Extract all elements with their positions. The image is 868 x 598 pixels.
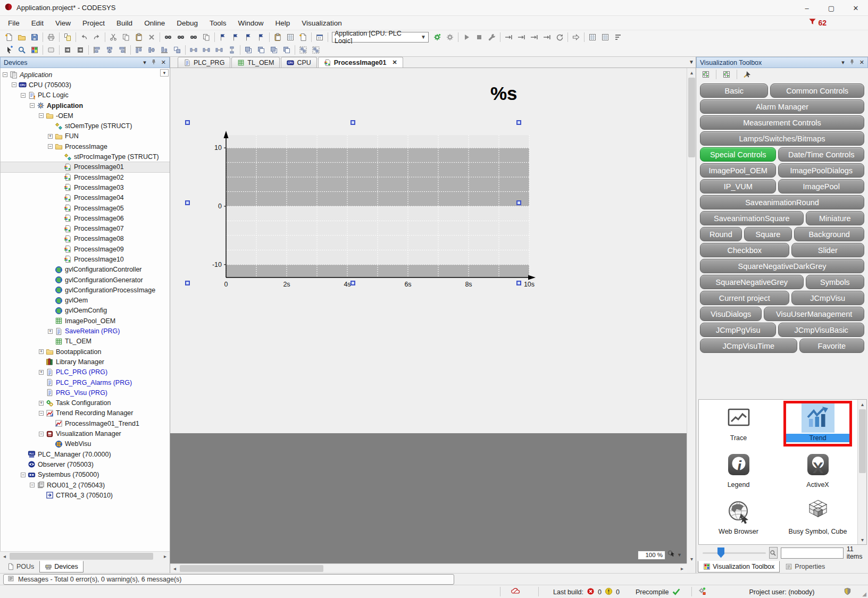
tree-item-processimage08[interactable]: ProcessImage08 [1, 234, 170, 244]
tree-item-task-configuration[interactable]: +Task Configuration [1, 398, 170, 408]
close-panel-icon[interactable]: ✕ [859, 59, 864, 66]
menu-item-view[interactable]: View [49, 18, 77, 29]
tree-item-application[interactable]: −Application [1, 70, 170, 80]
find-next-button[interactable] [174, 31, 187, 43]
bookmark-button[interactable] [216, 31, 229, 43]
sort-button[interactable] [612, 31, 624, 43]
tree-item-gvlconfigurationprocessimage[interactable]: gvlConfigurationProcessImage [1, 285, 170, 295]
collapse-icon[interactable]: − [39, 411, 44, 416]
menu-item-window[interactable]: Window [232, 18, 269, 29]
logout-button[interactable] [444, 31, 456, 43]
tree-item-processimage04[interactable]: ProcessImage04 [1, 193, 170, 203]
pin-icon[interactable] [151, 59, 157, 66]
save-button[interactable] [28, 31, 41, 43]
toolbox-category-saveanimationsquare[interactable]: SaveanimationSquare [700, 211, 804, 225]
reset-button[interactable] [553, 31, 566, 43]
toolbox-category-jcmppgvisu[interactable]: JCmpPgVisu [700, 323, 776, 337]
tree-item-prg-visu-prg[interactable]: PRG_Visu (PRG) [1, 388, 170, 398]
expand-icon[interactable]: + [48, 329, 53, 334]
run-to-cursor-button[interactable] [540, 31, 553, 43]
tab-visualization-toolbox[interactable]: Visualization Toolbox [698, 561, 780, 572]
build-button[interactable] [486, 31, 498, 43]
toolbox-category-round[interactable]: Round [700, 227, 742, 241]
to-back-button[interactable] [255, 44, 268, 56]
toolbox-item-legend[interactable]: iLegend [699, 450, 778, 496]
toolbox-category-imagepooldialogs[interactable]: ImagePoolDialogs [778, 163, 864, 178]
selection-handle[interactable] [350, 120, 355, 125]
menu-item-visualization[interactable]: Visualization [296, 18, 348, 29]
menu-item-online[interactable]: Online [138, 18, 171, 29]
go-button[interactable] [570, 31, 582, 43]
scrollbar-thumb[interactable] [10, 553, 153, 560]
zoom-level-box[interactable]: 100 % [638, 551, 665, 560]
pool-grid-2-button[interactable] [720, 69, 733, 80]
toolbox-category-miniature[interactable]: Miniature [806, 211, 864, 225]
toolbox-category-background[interactable]: Background [794, 227, 864, 241]
make-same-size-button[interactable] [171, 44, 183, 56]
scroll-right-icon[interactable]: ▸ [678, 564, 687, 573]
toolbox-category-alarm-manager[interactable]: Alarm Manager [700, 99, 864, 114]
redo-button[interactable] [90, 31, 103, 43]
tree-item-stprocimagetype-struct[interactable]: stProcImageType (STRUCT) [1, 151, 170, 162]
tree-item-webvisu[interactable]: WebVisu [1, 439, 170, 449]
menu-item-file[interactable]: File [2, 18, 26, 29]
pin-icon[interactable] [849, 59, 855, 66]
selection-handle[interactable] [350, 281, 355, 285]
tree-item-processimage05[interactable]: ProcessImage05 [1, 203, 170, 213]
items-vscrollbar[interactable]: ▴ ▾ [857, 400, 866, 544]
tree-item-processimage01[interactable]: ProcessImage01 [1, 162, 170, 172]
cut-button[interactable] [107, 31, 120, 43]
print-button[interactable] [45, 31, 57, 43]
copy-project-button[interactable] [61, 31, 74, 43]
active-application-dropdown[interactable]: Application [CPU: PLC Logic]▼ [332, 32, 429, 43]
zoom-select-icon[interactable] [667, 550, 675, 560]
scroll-left-icon[interactable]: ◂ [170, 564, 179, 573]
forward-button[interactable] [268, 44, 280, 56]
scroll-right-icon[interactable]: ▸ [161, 552, 170, 561]
panel-menu-icon[interactable]: ▾ [143, 59, 146, 66]
toolbox-item-busy-symbol-cube[interactable]: Busy Symbol, Cube [778, 496, 857, 543]
toolbox-category-jcmpvisubasic[interactable]: JCmpVisuBasic [778, 323, 864, 337]
toolbox-category-saveanimationround[interactable]: SaveanimationRound [700, 195, 864, 209]
toolbox-category-jcmpvisu[interactable]: JCmpVisu [791, 291, 864, 305]
menu-item-help[interactable]: Help [269, 18, 296, 29]
tree-item-processimage[interactable]: −ProcessImage [1, 141, 170, 151]
tree-item-tl-oem[interactable]: TL_OEM [1, 336, 170, 347]
icon-size-slider[interactable] [703, 552, 766, 554]
calendar-button[interactable] [313, 31, 326, 43]
menu-item-edit[interactable]: Edit [26, 18, 49, 29]
toolbox-category-common-controls[interactable]: Common Controls [770, 83, 864, 98]
toolbox-category-square[interactable]: Square [744, 227, 792, 241]
close-button[interactable]: ✕ [844, 0, 868, 16]
collapse-icon[interactable]: − [21, 93, 26, 98]
menu-item-tools[interactable]: Tools [204, 18, 232, 29]
tree-item-fun[interactable]: +FUN [1, 131, 170, 141]
align-center-button[interactable] [103, 44, 116, 56]
flow-control-button[interactable] [599, 31, 612, 43]
expand-icon[interactable]: + [48, 134, 53, 139]
project-user[interactable]: Project user: (nobody) [729, 585, 835, 598]
close-panel-icon[interactable]: ✕ [161, 59, 166, 66]
messages-summary[interactable]: Messages - Total 0 error(s), 0 warning(s… [3, 574, 454, 585]
tab-devices[interactable]: Devices [39, 561, 83, 572]
find-objects-button[interactable] [187, 31, 200, 43]
selection-handle[interactable] [185, 200, 190, 205]
editor-tab-plc-prg[interactable]: PLC_PRG [178, 57, 230, 68]
toolbox-category-favorite[interactable]: Favorite [799, 339, 864, 353]
editor-vscrollbar[interactable]: ▴ ▾ [687, 68, 696, 563]
collapse-icon[interactable]: − [39, 432, 44, 436]
scroll-up-icon[interactable]: ▴ [858, 400, 867, 409]
expand-icon[interactable]: + [39, 370, 44, 375]
menu-item-project[interactable]: Project [77, 18, 111, 29]
editor-tab-processimage01[interactable]: ProcessImage01✕ [318, 57, 403, 68]
collapse-icon[interactable]: − [30, 103, 35, 108]
step-over-button[interactable] [502, 31, 515, 43]
pool-grid-1-button[interactable] [699, 69, 712, 80]
select-button[interactable] [3, 44, 15, 56]
new-object-button[interactable] [297, 31, 310, 43]
scrollbar-thumb[interactable] [688, 78, 695, 157]
toolbox-category-imagepool-oem[interactable]: ImagePool_OEM [700, 163, 776, 178]
bookmark-next-button[interactable] [242, 31, 255, 43]
copy-button[interactable] [120, 31, 132, 43]
tree-item-bootapplication[interactable]: +Bootapplication [1, 347, 170, 357]
